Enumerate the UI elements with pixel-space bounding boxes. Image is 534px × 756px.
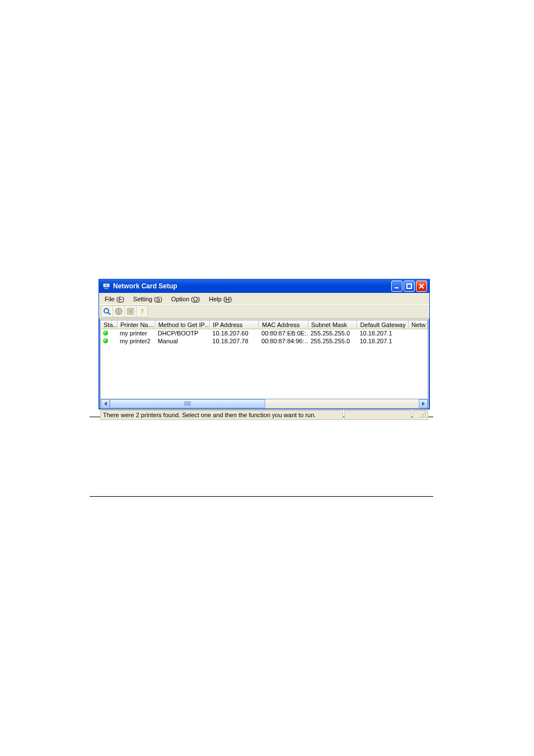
scroll-track[interactable]: [110, 399, 419, 408]
printer-cell: my printer2: [118, 338, 156, 344]
gw-cell: 10.18.207.1: [357, 338, 409, 344]
menu-setting[interactable]: Setting (S): [130, 296, 167, 302]
ip-cell: 10.18.207.78: [210, 338, 259, 344]
chevron-left-icon: [104, 402, 107, 406]
col-mask[interactable]: Subnet Mask: [308, 320, 358, 329]
scroll-left-button[interactable]: [101, 399, 110, 408]
chevron-right-icon: [422, 402, 425, 406]
title-bar[interactable]: Network Card Setup: [99, 279, 429, 293]
scroll-thumb[interactable]: [110, 399, 265, 408]
status-text: There were 2 printers found. Select one …: [100, 410, 343, 420]
table-row[interactable]: my printer2 Manual 10.18.207.78 00:80:87…: [101, 337, 428, 345]
gw-cell: 10.18.207.1: [357, 330, 409, 337]
maximize-button[interactable]: [404, 281, 415, 292]
svg-line-6: [108, 312, 110, 315]
menu-bar: File (F) Setting (S) Option (O) Help (H): [99, 293, 429, 304]
globe-icon[interactable]: [113, 306, 125, 317]
menu-option[interactable]: Option (O): [168, 296, 204, 302]
menu-help[interactable]: Help (H): [205, 296, 236, 302]
close-button[interactable]: [416, 281, 427, 292]
horizontal-scrollbar[interactable]: [100, 399, 428, 409]
svg-point-5: [104, 309, 109, 313]
printer-cell: my printer: [118, 330, 156, 337]
status-cell: [101, 338, 118, 344]
mac-cell: 00:80:87:84:96:…: [259, 338, 308, 344]
svg-rect-3: [395, 287, 399, 288]
col-gw[interactable]: Default Gateway: [357, 320, 409, 329]
status-dot-green-icon: [103, 330, 108, 335]
search-icon[interactable]: [101, 306, 113, 317]
mac-cell: 00:80:87:EB:0E:…: [259, 330, 308, 337]
page-divider-bottom: [90, 496, 433, 497]
mask-cell: 255.255.255.0: [308, 338, 358, 344]
window: Network Card Setup File (F) Setting (S): [99, 279, 430, 409]
scroll-right-button[interactable]: [419, 399, 428, 408]
grip-icon: [184, 402, 191, 406]
col-method[interactable]: Method to Get IP…: [156, 320, 210, 329]
col-printer[interactable]: Printer Na…: [118, 320, 156, 329]
window-title: Network Card Setup: [113, 282, 177, 290]
app-icon: [102, 282, 111, 291]
status-dot-green-icon: [103, 338, 108, 343]
col-status[interactable]: Sta…: [101, 320, 118, 329]
status-pane-2: [344, 410, 411, 420]
toolbar: ?: [99, 304, 429, 319]
table-row[interactable]: my printer DHCP/BOOTP 10.18.207.60 00:80…: [101, 329, 428, 337]
method-cell: Manual: [156, 338, 210, 344]
listview-rows: my printer DHCP/BOOTP 10.18.207.60 00:80…: [101, 329, 428, 399]
mask-cell: 255.255.255.0: [308, 330, 358, 337]
status-bar: There were 2 printers found. Select one …: [100, 410, 428, 420]
method-cell: DHCP/BOOTP: [156, 330, 210, 337]
status-cell: [101, 330, 118, 337]
resize-grip-icon: [420, 412, 427, 418]
properties-icon[interactable]: [125, 306, 137, 317]
col-net[interactable]: Netw: [409, 320, 428, 329]
help-icon[interactable]: ?: [137, 306, 148, 317]
ip-cell: 10.18.207.60: [210, 330, 259, 337]
svg-rect-1: [104, 288, 109, 289]
svg-rect-2: [105, 284, 107, 286]
resize-grip[interactable]: [413, 410, 428, 420]
minimize-button[interactable]: [391, 281, 402, 292]
svg-rect-4: [407, 284, 411, 288]
col-mac[interactable]: MAC Address: [259, 320, 308, 329]
svg-text:?: ?: [140, 307, 144, 315]
listview-header[interactable]: Sta… Printer Na… Method to Get IP… IP Ad…: [101, 320, 428, 329]
printer-listview[interactable]: Sta… Printer Na… Method to Get IP… IP Ad…: [100, 320, 428, 399]
col-ip[interactable]: IP Address: [210, 320, 259, 329]
menu-file[interactable]: File (F): [101, 296, 129, 302]
